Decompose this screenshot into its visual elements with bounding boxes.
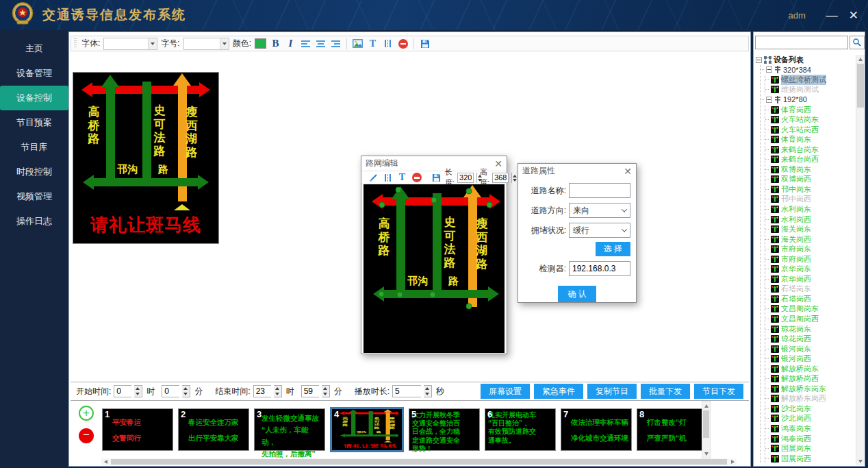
road-tool-button[interactable] — [382, 38, 394, 49]
tree-item-device[interactable]: 市府岗东 — [765, 244, 855, 254]
tree-item-device[interactable]: 解放桥岗东 — [765, 364, 855, 374]
tree-item-device[interactable]: 体育岗东 — [765, 134, 855, 145]
dropdown-arrow-icon[interactable] — [148, 38, 157, 49]
tree-item-device[interactable]: 解放桥东岗西 — [765, 394, 855, 404]
tree-item-device[interactable]: 鸿泰岗东 — [765, 423, 855, 434]
duration-field[interactable] — [392, 385, 421, 397]
sidebar-item[interactable]: 主页 — [0, 36, 68, 61]
tree-item-device[interactable]: 文昌阁岗西 — [765, 314, 855, 324]
action-button[interactable]: 屏幕设置 — [481, 384, 530, 399]
scrollbar-thumb[interactable] — [703, 410, 709, 438]
select-button[interactable]: 选 择 — [596, 242, 630, 256]
minimize-button[interactable]: — — [826, 10, 838, 21]
scroll-up-button[interactable] — [702, 402, 710, 410]
program-thumbnail[interactable]: 7 依法治理非标车辆 净化城市交通环境 — [561, 408, 632, 451]
image-button[interactable] — [352, 38, 363, 49]
start-minute-field[interactable] — [162, 385, 179, 397]
tree-item-device[interactable]: 双博岗东 — [765, 164, 855, 175]
road-bar-green-middle[interactable] — [433, 193, 442, 298]
confirm-button[interactable]: 确 认 — [558, 286, 596, 302]
italic-button[interactable]: I — [285, 38, 296, 49]
scroll-down-button[interactable] — [702, 449, 710, 458]
spinner[interactable] — [182, 385, 190, 397]
tree-item-device[interactable]: 琼花岗东 — [765, 324, 855, 334]
tree-item-device[interactable]: 水利岗西 — [765, 214, 855, 225]
line-tool-button[interactable] — [368, 172, 379, 184]
close-icon[interactable]: ✕ — [624, 167, 632, 176]
align-center-button[interactable] — [315, 38, 327, 49]
program-thumbnail-selected[interactable]: 4 高桥路 史可法路 瘦西湖路 邗沟 — [330, 407, 404, 452]
scroll-right-button[interactable] — [728, 460, 737, 464]
sidebar-item[interactable]: 时段控制 — [0, 160, 68, 184]
end-minute-field[interactable] — [301, 385, 319, 397]
tree-item-device[interactable]: 解放桥东岗东 — [765, 384, 855, 394]
tree-root[interactable]: 设备列表 — [756, 55, 855, 65]
tree-item-device[interactable]: 银河岗东 — [765, 344, 855, 354]
tree-item-device[interactable]: 来鹤台岗西 — [765, 154, 855, 164]
tree-item-device[interactable]: 京华岗东 — [765, 264, 855, 274]
tree-item-device[interactable]: 海关岗西 — [765, 234, 855, 245]
program-thumbnail[interactable]: 5 大力开展秋冬季 交通安全整治百 日会战，全力稳 定道路交通安全 形势！ — [409, 408, 480, 451]
tree-group[interactable]: 192*80 — [761, 95, 855, 105]
tree-item-device[interactable]: 文昌阁岗东 — [765, 304, 855, 315]
dialog-titlebar[interactable]: 道路属性 ✕ — [518, 164, 636, 178]
height-field[interactable] — [492, 173, 509, 183]
end-hour-field[interactable] — [253, 385, 271, 397]
program-thumbnail[interactable]: 3 发生轻微交通事故 “人未伤，车能动， 先拍照，后撤离” — [254, 408, 325, 451]
size-select[interactable] — [183, 38, 229, 50]
dropdown-arrow-icon[interactable] — [220, 38, 229, 49]
length-spinner[interactable] — [476, 173, 477, 183]
program-thumbnail[interactable]: 8 打击整改“灯 严查严防“机 — [637, 408, 702, 451]
tree-item-device[interactable]: 水利岗东 — [765, 204, 855, 214]
color-swatch[interactable] — [255, 38, 266, 49]
sign-preview[interactable]: 高桥路 史可法路 瘦西湖路 邗沟 路 请礼让斑马线 — [73, 72, 219, 244]
node-handle[interactable] — [431, 197, 437, 204]
tree-item-device[interactable]: 火车站岗东 — [765, 114, 855, 125]
sidebar-item[interactable]: 操作日志 — [0, 209, 68, 234]
remove-program-button[interactable]: − — [79, 428, 94, 443]
sidebar-item[interactable]: 设备管理 — [0, 61, 68, 86]
sidebar-item[interactable]: 视频管理 — [0, 184, 68, 209]
font-select[interactable] — [103, 38, 157, 50]
device-search-input[interactable] — [755, 36, 848, 49]
direction-select[interactable]: 来向 — [569, 203, 630, 218]
spinner[interactable] — [322, 385, 330, 397]
tree-item-device[interactable]: 邗中岗东 — [765, 184, 855, 195]
program-thumbnail[interactable]: 2 春运安全连万家 出行平安靠大家 — [178, 408, 249, 451]
collapse-icon[interactable] — [766, 66, 772, 73]
tree-item-device[interactable]: 国展岗西 — [765, 454, 855, 464]
spinner[interactable] — [134, 385, 142, 397]
action-button[interactable]: 批量下发 — [641, 384, 690, 399]
node-handle[interactable] — [430, 292, 436, 298]
scrollbar-thumb[interactable] — [111, 459, 727, 465]
add-program-button[interactable]: + — [79, 406, 94, 421]
align-left-button[interactable] — [300, 38, 311, 49]
program-thumbnail[interactable]: 6 扎实开展电动车 “百日整治”， 有效预防道路交 通事故。 — [485, 408, 556, 451]
tree-item-device[interactable]: 火车站岗西 — [765, 125, 855, 135]
road-tool-button[interactable] — [382, 172, 394, 184]
node-handle[interactable] — [466, 188, 472, 195]
close-button[interactable]: ✕ — [849, 10, 858, 21]
start-hour-field[interactable] — [114, 385, 131, 397]
scroll-left-button[interactable] — [101, 460, 110, 464]
thumbnails-vertical-scrollbar[interactable] — [702, 401, 711, 458]
node-handle[interactable] — [379, 202, 385, 208]
detector-field[interactable] — [569, 261, 630, 276]
action-button[interactable]: 复制节目 — [587, 384, 637, 399]
node-handle[interactable] — [487, 202, 493, 208]
search-button[interactable] — [850, 36, 865, 49]
text-tool-button[interactable]: T — [367, 38, 379, 49]
tree-item-device[interactable]: 市府岗西 — [765, 254, 855, 264]
length-field[interactable] — [457, 173, 474, 183]
tree-item-device[interactable]: 沙北岗西 — [765, 414, 855, 424]
road-name-field[interactable] — [569, 183, 630, 198]
node-handle[interactable] — [466, 304, 472, 310]
collapse-icon[interactable] — [756, 57, 762, 63]
save-tool-button[interactable] — [431, 172, 442, 184]
spinner[interactable] — [424, 385, 432, 397]
tree-group[interactable]: 320*384 — [761, 65, 855, 75]
text-tool-button[interactable]: T — [396, 172, 408, 184]
tree-vertical-scrollbar[interactable] — [856, 55, 865, 465]
node-handle[interactable] — [397, 292, 403, 298]
action-button[interactable]: 节目下发 — [694, 384, 743, 399]
